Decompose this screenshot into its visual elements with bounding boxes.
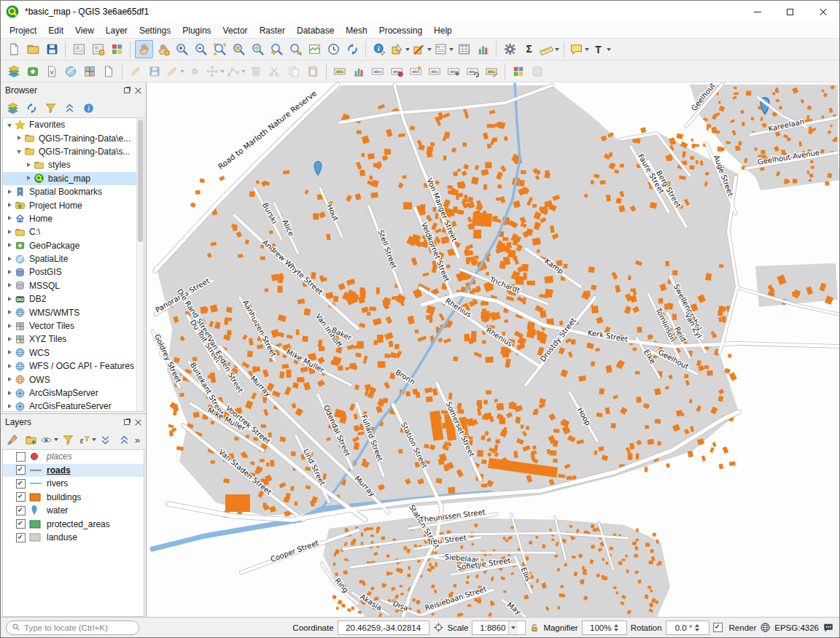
menu-view[interactable]: View <box>69 23 100 38</box>
pan-map-button[interactable] <box>135 40 153 58</box>
chevron-right-icon[interactable] <box>6 268 14 276</box>
chevron-right-icon[interactable] <box>25 161 33 169</box>
style-manager-button[interactable] <box>108 40 126 58</box>
dropdown-arrow-icon[interactable] <box>405 48 410 51</box>
move-feature-button[interactable] <box>205 62 225 80</box>
dropdown-arrow-icon[interactable] <box>607 48 611 51</box>
statistical-summary-button[interactable]: Σ <box>520 40 538 58</box>
dropdown-arrow-icon[interactable] <box>449 48 454 51</box>
new-project-button[interactable] <box>5 40 23 58</box>
show-layout-manager-button[interactable] <box>89 40 107 58</box>
save-project-button[interactable] <box>43 40 61 58</box>
zoom-to-selection-button[interactable] <box>230 40 248 58</box>
chevron-right-icon[interactable] <box>6 349 14 357</box>
new-shapefile-layer-button[interactable]: V <box>43 62 61 80</box>
vertex-tool-button[interactable] <box>226 62 246 80</box>
metasearch-button[interactable] <box>529 62 547 80</box>
browser-item-ows[interactable]: OWS <box>3 373 144 386</box>
properties-widget-button[interactable]: i <box>80 100 96 116</box>
lock-scale-icon[interactable] <box>529 623 540 633</box>
pan-to-selection-button[interactable] <box>154 40 172 58</box>
minimize-button[interactable] <box>741 1 774 23</box>
delete-selected-button[interactable] <box>247 62 265 80</box>
manage-map-themes-button[interactable] <box>42 432 58 448</box>
annotation-button[interactable] <box>569 40 590 58</box>
add-selected-layers-button[interactable] <box>4 100 20 116</box>
zoom-to-layer-button[interactable] <box>249 40 267 58</box>
menu-settings[interactable]: Settings <box>133 23 176 38</box>
browser-item-favorites[interactable]: Favorites <box>3 118 144 131</box>
data-source-manager-button[interactable] <box>5 62 23 80</box>
browser-item-db2[interactable]: DB2DB2 <box>3 292 144 306</box>
change-label-button[interactable]: abc <box>483 62 501 80</box>
chevron-right-icon[interactable] <box>6 188 14 196</box>
layer-diagram-options-button[interactable] <box>350 62 368 80</box>
layer-checkbox-places[interactable] <box>16 452 26 462</box>
open-attribute-table-button[interactable] <box>455 40 473 58</box>
new-map-view-button[interactable] <box>306 40 324 58</box>
maximize-button[interactable] <box>774 1 806 23</box>
browser-item-arcgisfeatureserver[interactable]: ArcGisFeatureServer <box>3 400 144 412</box>
layer-checkbox-rivers[interactable] <box>16 479 26 489</box>
zoom-full-button[interactable] <box>211 40 229 58</box>
chevron-right-icon[interactable] <box>6 362 14 370</box>
layer-labeling-options-button[interactable]: abc <box>331 62 349 80</box>
chevron-right-icon[interactable] <box>6 255 14 263</box>
browser-item-xyz-tiles[interactable]: XYZ Tiles <box>3 332 144 346</box>
browser-item-basic-map[interactable]: basic_map <box>3 172 144 185</box>
toggle-editing-button[interactable] <box>127 62 145 80</box>
layer-checkbox-buildings[interactable] <box>16 492 26 502</box>
layer-item-landuse[interactable]: landuse <box>3 531 144 545</box>
current-edits-button[interactable] <box>165 62 185 80</box>
menu-database[interactable]: Database <box>291 23 340 38</box>
paste-features-button[interactable] <box>304 62 322 80</box>
filter-by-expression-button[interactable]: ε <box>79 432 95 448</box>
filter-browser-button[interactable] <box>42 100 58 116</box>
toolbar-overflow-button[interactable]: » <box>135 435 142 446</box>
open-layer-styling-button[interactable] <box>4 432 20 448</box>
highlight-labels-button[interactable]: abc <box>369 62 387 80</box>
menu-plugins[interactable]: Plugins <box>176 23 217 38</box>
rotate-label-button[interactable]: abc <box>464 62 482 80</box>
refresh-map-button[interactable] <box>343 40 362 58</box>
expand-all-button[interactable] <box>98 432 113 448</box>
new-virtual-layer-button[interactable] <box>81 62 99 80</box>
dropdown-arrow-icon[interactable] <box>555 48 559 51</box>
messages-icon[interactable] <box>822 622 834 634</box>
browser-item-home[interactable]: Home <box>3 212 144 225</box>
dropdown-arrow-icon[interactable] <box>180 70 184 73</box>
layers-close-button[interactable] <box>135 419 141 426</box>
select-by-value-button[interactable] <box>433 40 454 58</box>
layer-item-protected_areas[interactable]: protected_areas <box>3 518 144 532</box>
collapse-all-button[interactable] <box>61 100 77 116</box>
new-geopackage-layer-button[interactable] <box>24 62 42 80</box>
chevron-right-icon[interactable] <box>6 228 14 236</box>
dropdown-arrow-icon[interactable] <box>220 70 225 73</box>
browser-item-spatial-bookmarks[interactable]: Spatial Bookmarks <box>3 185 144 198</box>
chevron-right-icon[interactable] <box>6 281 14 289</box>
menu-layer[interactable]: Layer <box>100 23 133 38</box>
layer-checkbox-protected_areas[interactable] <box>16 519 26 529</box>
close-button[interactable] <box>806 1 839 23</box>
browser-item-geopackage[interactable]: GeoPackage <box>3 239 144 252</box>
save-layer-edits-button[interactable] <box>146 62 164 80</box>
browser-item-wms-wmts[interactable]: WMS/WMTS <box>3 306 144 319</box>
magnifier-spinbox[interactable]: 100% <box>582 621 627 635</box>
menu-mesh[interactable]: Mesh <box>340 23 373 38</box>
options-button[interactable] <box>501 40 519 58</box>
browser-item-styles[interactable]: styles <box>3 158 144 171</box>
layer-checkbox-landuse[interactable] <box>16 533 26 542</box>
new-print-layout-button[interactable] <box>70 40 88 58</box>
select-features-button[interactable] <box>389 40 411 58</box>
move-label-button[interactable]: abc <box>445 62 463 80</box>
copy-features-button[interactable] <box>285 62 303 80</box>
browser-item-postgis[interactable]: PostGIS <box>3 265 144 279</box>
browser-close-button[interactable] <box>135 87 141 94</box>
chevron-right-icon[interactable] <box>6 376 14 384</box>
browser-item-c[interactable]: C:\ <box>3 225 144 238</box>
chevron-right-icon[interactable] <box>6 295 14 303</box>
chevron-right-icon[interactable] <box>6 389 14 397</box>
layer-item-buildings[interactable]: buildings <box>3 491 144 505</box>
new-temporary-scratch-layer-button[interactable] <box>100 62 118 80</box>
chevron-right-icon[interactable] <box>15 134 23 142</box>
